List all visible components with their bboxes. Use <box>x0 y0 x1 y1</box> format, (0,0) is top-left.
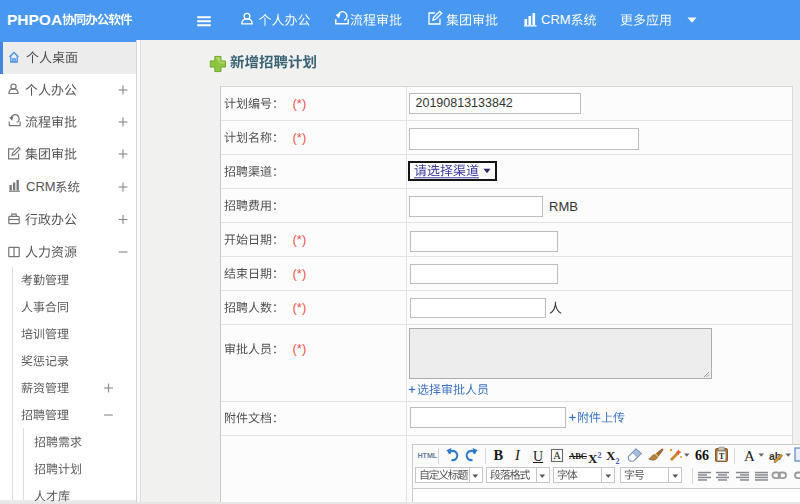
svg-text:A: A <box>553 450 561 461</box>
svg-text:A: A <box>744 448 755 464</box>
svg-text:T: T <box>719 451 725 461</box>
